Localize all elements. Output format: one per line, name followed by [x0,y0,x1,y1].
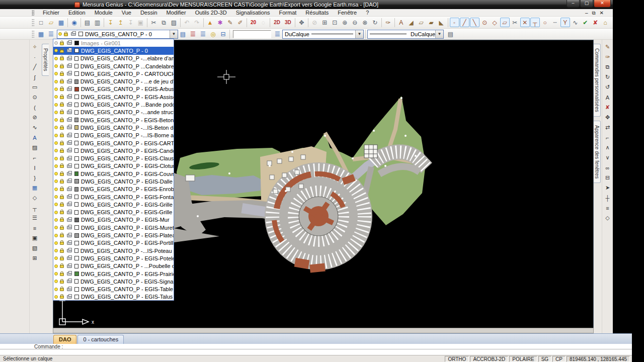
snap-segment-icon[interactable]: ╱ [460,18,469,27]
layer-print-icon[interactable] [67,80,72,83]
layer-print-icon[interactable] [67,95,72,99]
layer-lock-icon[interactable] [60,127,64,130]
zoom-window-icon[interactable]: ⊞ [320,18,330,27]
command-input[interactable] [0,349,632,354]
zoom-extents-icon[interactable]: ↻ [370,18,380,27]
layer-row[interactable]: DWG_EGIS_CANTO_P - EGIS-Fontaine [53,193,174,201]
scale-label-icon[interactable]: 20 [249,18,258,27]
layer-row[interactable]: DWG_EGIS_CANTO_P - EGIS-Grille d'arbre [53,209,174,216]
draw-point-icon[interactable]: · [31,53,39,61]
layer-row[interactable]: DWG_EGIS_CANTO_P - EGIS-Enrobe voirie [53,186,174,193]
tab-properties[interactable]: Propriétés [42,44,49,76]
layer-visibility-icon[interactable] [54,288,58,291]
layer-visibility-icon[interactable] [54,218,58,222]
layer-print-icon[interactable] [67,134,72,137]
draw-profile-icon[interactable]: ◣ [437,18,446,27]
draw-circle-icon[interactable]: ⊙ [31,93,39,102]
child-restore-button[interactable]: ⧉ [592,10,595,16]
draw-polyline-icon[interactable]: ʃ [31,73,39,81]
layer-lock-icon[interactable] [60,281,64,284]
layer-row[interactable]: DWG_EGIS_CANTO_P - EGIS-Dalle [53,177,174,185]
layer-row[interactable]: DWG_EGIS_CANTO_P -...ande structurante [53,109,174,116]
layer-lock-icon[interactable] [60,142,64,145]
layer-print-icon[interactable] [67,264,72,268]
layer-row[interactable]: DWG_EGIS_CANTO_P - ...e de jeu d'enfants [53,77,174,85]
layer-visibility-icon[interactable] [54,157,58,160]
layer-lock-icon[interactable] [60,180,64,184]
layer-row[interactable]: DWG_EGIS_CANTO_P - EGIS-CARTOUCHE [53,139,174,147]
draw-slope-icon[interactable]: ◢ [407,18,416,27]
draw-surface-icon[interactable]: ▰ [427,18,436,27]
draw-rectangle-icon[interactable]: ▭ [31,83,39,92]
layer-visibility-icon[interactable] [54,264,58,268]
apply-off-icon[interactable]: ✘ [591,18,600,27]
menu-item-modifier[interactable]: Modifier [162,10,191,16]
snap-extremity-icon[interactable]: ╲ [470,18,479,27]
layer-lock-icon[interactable] [60,265,64,268]
layer-lock-icon[interactable] [60,96,64,99]
close-button[interactable]: ✕ [594,0,611,8]
snap-wave-icon[interactable]: ∿ [571,18,580,27]
layer-lock-icon[interactable] [60,134,64,137]
quick-pen-icon[interactable]: ✑ [383,18,393,27]
layer-visibility-icon[interactable] [54,118,58,122]
layer-row[interactable]: DWG_EGIS_CANTO_P - EGIS-Candelabre [53,147,174,154]
layer-visibility-icon[interactable] [54,256,58,260]
layer-print-icon[interactable] [67,164,72,168]
layers-all-icon[interactable]: ☰ [198,29,208,39]
apply-on-icon[interactable]: ✔ [581,18,590,27]
layer-print-icon[interactable] [67,149,72,152]
layer-combo-dropdown-arrow[interactable]: ▼ [170,30,178,38]
zoom-in-icon[interactable]: ⊕ [340,18,350,27]
snap-center-icon[interactable]: ⊙ [480,18,490,27]
zoom-selection-icon[interactable]: ⊗ [360,18,370,27]
layer-lock-icon[interactable] [60,288,64,291]
layer-row[interactable]: DWG_EGIS_CANTO_P - CARTOUCHE [53,70,174,77]
snap-perpendicular-icon[interactable]: ┬ [530,18,540,27]
layer-row[interactable]: DWG_EGIS_CANTO_P - EGIS-Arbustif [53,85,174,93]
lineweight-combobox[interactable]: DuCalque ▼ [367,30,444,39]
child-minimize-button[interactable]: – [585,10,588,16]
layer-visibility-icon[interactable] [54,188,58,191]
layer-row[interactable]: DWG_EGIS_CANTO_P - EGIS-Beton balaye [53,116,174,124]
layer-row[interactable]: DWG_EGIS_CANTO_P - EGIS-Prairie [53,270,174,278]
layer-combobox[interactable]: DWG_EGIS_CANTO_P - 0 ▼ [57,30,178,39]
text-edit-icon[interactable]: A [603,93,612,102]
layer-visibility-icon[interactable] [54,95,58,99]
attach-icon[interactable]: ∞ [603,163,612,172]
menu-item-outils-2d-3d[interactable]: Outils 2D-3D [191,10,231,16]
layer-print-icon[interactable] [67,195,72,199]
menu-item-dessin[interactable]: Dessin [136,10,162,16]
layer-lock-icon[interactable] [60,273,64,276]
draw-arc-icon[interactable]: ( [31,103,39,112]
tab-commandes-personnalis-es[interactable]: Commandes personnalisées [594,44,601,117]
layer-print-icon[interactable] [67,57,72,60]
snap-point-icon[interactable]: ◦ [450,18,459,27]
draw-table-icon[interactable]: ┬ [31,204,39,212]
rotate-copy-icon[interactable]: ↺ [603,83,612,92]
color-palette-icon[interactable]: ✱ [215,18,225,27]
align-icon[interactable]: ≡ [603,204,612,212]
layer-print-icon[interactable] [67,272,72,276]
draw-hatch-icon[interactable]: ▨ [31,143,39,152]
layer-lock-icon[interactable] [60,257,64,260]
mode-2d-icon[interactable]: 2D [272,18,282,27]
format-painter-icon[interactable]: ✎ [603,43,612,51]
layer-lock-icon[interactable] [60,157,64,160]
snap-node-icon[interactable]: Y [560,18,570,27]
layer-row[interactable]: DWG_EGIS_CANTO_P -...IS-Beton desactive [53,124,174,131]
corner-edit-icon[interactable]: ⌐ [603,133,612,142]
plot-style-icon[interactable]: ▤ [446,29,455,39]
layer-lock-icon[interactable] [60,296,64,299]
layer-lock-icon[interactable] [60,57,64,60]
layer-lamp-icon[interactable]: ◎ [208,29,218,39]
layer-visibility-icon[interactable] [54,87,58,91]
doc-tab-0-cartouches[interactable]: 0 - cartouches [77,335,124,344]
layer-lock-icon[interactable] [60,196,64,199]
open-folder-icon[interactable]: ▱ [46,18,56,27]
layer-visibility-icon[interactable] [54,41,58,45]
menu-item--[interactable]: ? [361,10,373,16]
linetype-combobox[interactable]: DuCalque ▼ [282,30,364,39]
layer-visibility-icon[interactable] [54,80,58,83]
layer-lock-icon[interactable] [60,119,64,122]
